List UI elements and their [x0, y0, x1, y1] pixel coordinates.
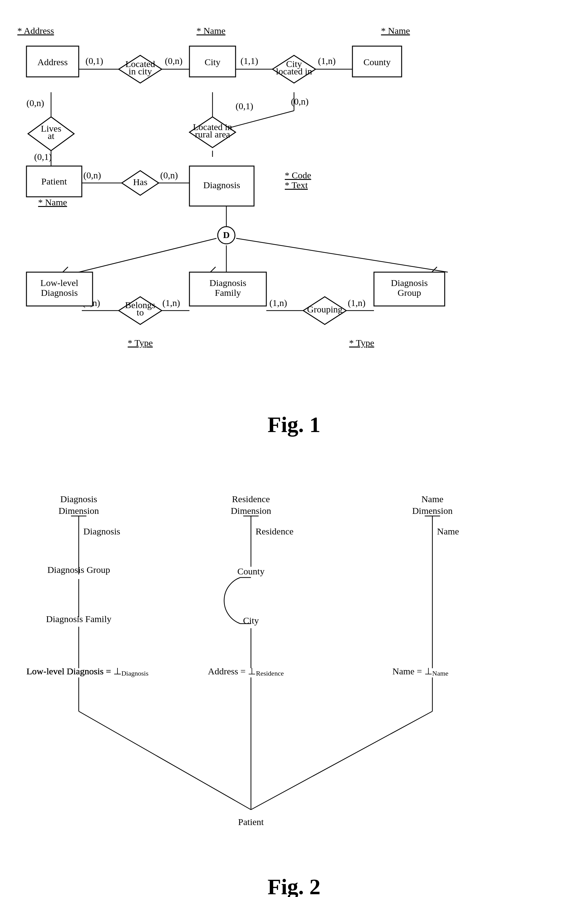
svg-text:Patient: Patient [238, 817, 264, 827]
svg-text:* Code: * Code [285, 170, 311, 180]
svg-text:Diagnosis: Diagnosis [203, 180, 240, 190]
svg-text:Diagnosis: Diagnosis [41, 288, 78, 298]
svg-line-102 [79, 711, 251, 810]
svg-text:(0,1): (0,1) [86, 56, 103, 66]
svg-text:to: to [136, 307, 144, 317]
svg-text:Low-level: Low-level [40, 278, 78, 288]
svg-text:Diagnosis: Diagnosis [60, 494, 97, 504]
svg-text:Has: Has [133, 177, 148, 187]
svg-text:Family: Family [214, 288, 241, 298]
svg-text:Dimension: Dimension [412, 505, 453, 516]
svg-text:City: City [205, 57, 220, 67]
svg-text:* Name: * Name [381, 26, 410, 36]
svg-text:Patient: Patient [41, 176, 67, 186]
svg-text:(1,n): (1,n) [348, 298, 365, 308]
svg-text:D: D [223, 230, 230, 240]
svg-text:Residence: Residence [256, 526, 293, 536]
page: text { font-family: 'Times New Roman', T… [0, 0, 588, 897]
svg-text:Diagnosis Family: Diagnosis Family [46, 614, 112, 624]
svg-text:Diagnosis: Diagnosis [210, 278, 247, 288]
svg-text:rural area: rural area [195, 129, 230, 139]
svg-text:* Type: * Type [349, 338, 374, 348]
svg-text:Name: Name [421, 494, 444, 504]
svg-text:Name: Name [437, 526, 459, 536]
svg-text:located in: located in [276, 66, 312, 76]
svg-text:County: County [237, 566, 265, 576]
svg-text:in city: in city [129, 66, 152, 76]
svg-text:* Address: * Address [17, 26, 54, 36]
svg-text:Grouping: Grouping [307, 304, 343, 314]
svg-text:(0,n): (0,n) [160, 170, 178, 181]
svg-text:Address = ⊥Residence: Address = ⊥Residence [208, 666, 284, 677]
svg-text:(1,n): (1,n) [270, 298, 287, 308]
svg-text:* Name: * Name [196, 26, 225, 36]
svg-text:Group: Group [398, 288, 421, 298]
svg-line-33 [236, 238, 448, 272]
svg-line-124 [251, 711, 432, 810]
figure-2-diagram: text { font-family: 'Times New Roman', T… [17, 475, 571, 874]
svg-text:Address: Address [38, 57, 67, 67]
svg-text:Diagnosis: Diagnosis [83, 526, 120, 536]
svg-line-31 [79, 238, 216, 272]
svg-text:Dimension: Dimension [231, 505, 271, 516]
svg-text:Dimension: Dimension [58, 505, 99, 516]
svg-text:Residence: Residence [232, 494, 270, 504]
svg-text:(0,1): (0,1) [34, 152, 52, 162]
svg-text:(0,n): (0,n) [291, 96, 308, 107]
svg-text:(1,n): (1,n) [162, 298, 180, 308]
svg-text:* Text: * Text [285, 180, 308, 190]
svg-text:City: City [243, 615, 259, 626]
svg-text:at: at [47, 131, 54, 141]
fig1-label: Fig. 1 [268, 412, 320, 438]
svg-text:County: County [363, 57, 390, 67]
svg-text:Name = ⊥Name: Name = ⊥Name [392, 666, 449, 677]
svg-text:Low-level Diagnosis = ⊥Diagnos: Low-level Diagnosis = ⊥Diagnosis [26, 666, 149, 677]
svg-text:Diagnosis: Diagnosis [391, 278, 428, 288]
svg-text:(1,n): (1,n) [318, 56, 335, 66]
svg-text:* Type: * Type [128, 338, 153, 348]
figure-1-diagram: text { font-family: 'Times New Roman', T… [17, 12, 571, 412]
fig2-label: Fig. 2 [268, 874, 320, 897]
svg-text:(0,n): (0,n) [83, 170, 101, 181]
svg-text:(0,n): (0,n) [165, 56, 182, 66]
svg-text:(0,1): (0,1) [236, 101, 253, 111]
svg-text:* Name: * Name [38, 197, 67, 207]
svg-text:(0,n): (0,n) [26, 98, 44, 108]
svg-text:(1,1): (1,1) [240, 56, 258, 66]
